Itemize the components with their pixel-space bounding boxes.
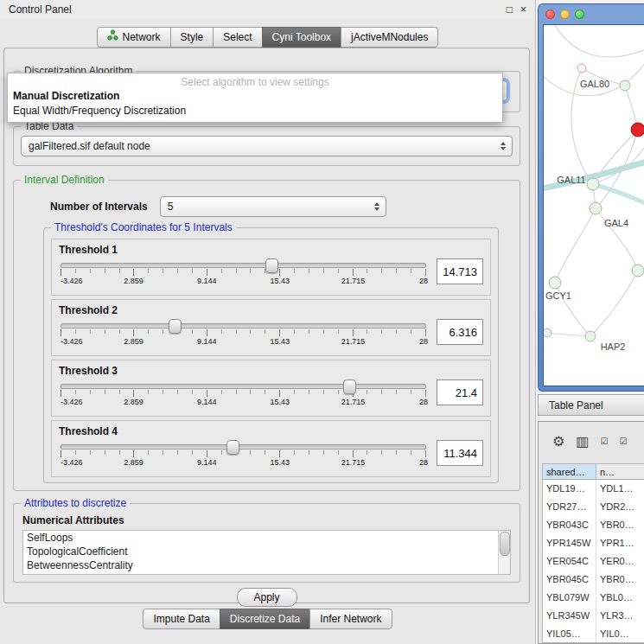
slider-track[interactable] xyxy=(61,263,426,268)
table-row[interactable]: YBR043C YBR0… xyxy=(543,516,644,534)
tab-label: Impute Data xyxy=(153,609,209,628)
algorithm-option-manual[interactable]: Manual Discretization xyxy=(8,89,502,104)
slider-ticks xyxy=(61,269,426,276)
tab-impute-data[interactable]: Impute Data xyxy=(143,609,220,629)
table-row[interactable]: YPR145W YPR1… xyxy=(543,534,644,552)
tab-network[interactable]: Network xyxy=(97,27,171,48)
table-cell[interactable]: YIL05… xyxy=(543,625,596,643)
tab-discretize-data[interactable]: Discretize Data xyxy=(220,609,310,629)
tab-infer-network[interactable]: Infer Network xyxy=(309,609,392,629)
table-cell[interactable]: YPR145W xyxy=(543,534,596,552)
slider-track[interactable] xyxy=(61,323,426,328)
gear-icon[interactable]: ⚙ xyxy=(552,435,564,449)
slider-ticks xyxy=(61,450,426,457)
checkbox-icon[interactable]: ☑ xyxy=(619,437,627,446)
chevron-updown-icon xyxy=(374,202,379,211)
table-row[interactable]: YBR045C YBR0… xyxy=(543,571,644,589)
network-node[interactable] xyxy=(587,178,599,190)
table-cell[interactable]: YLR3… xyxy=(596,607,644,625)
list-scrollbar[interactable] xyxy=(498,531,510,574)
number-of-intervals-combo[interactable]: 5 xyxy=(160,196,386,217)
table-cell[interactable]: YBL0… xyxy=(596,589,644,607)
columns-icon[interactable]: ▥ xyxy=(576,435,589,449)
threshold-4-slider[interactable]: -3.4262.8599.14415.4321.71528 xyxy=(57,437,430,468)
zoom-traffic-light-icon[interactable] xyxy=(575,10,584,19)
tab-cyni-toolbox[interactable]: Cyni Toolbox xyxy=(262,27,341,48)
threshold-3-value-field[interactable]: 21.4 xyxy=(437,379,483,405)
network-node[interactable] xyxy=(631,123,644,137)
attribute-list-item[interactable]: TopologicalCoefficient xyxy=(23,545,510,558)
tab-select[interactable]: Select xyxy=(213,27,262,48)
apply-button[interactable]: Apply xyxy=(237,588,297,607)
column-header-shared-name[interactable]: shared… xyxy=(543,464,596,480)
table-cell[interactable]: YPR1… xyxy=(596,534,644,552)
table-cell[interactable]: YBR0… xyxy=(596,571,644,589)
network-canvas[interactable]: GAL80GAL11GAL4GCY1HAP2 xyxy=(543,24,644,386)
table-cell[interactable]: YDR2… xyxy=(596,498,644,516)
threshold-4-value-field[interactable]: 11.344 xyxy=(437,440,483,466)
numerical-attributes-list[interactable]: SelfLoops TopologicalCoefficient Between… xyxy=(22,530,511,575)
table-data-group: Table Data galFiltered.sif default node xyxy=(13,126,520,166)
table-cell[interactable]: YBL079W xyxy=(543,589,596,607)
threshold-2-slider[interactable]: -3.4262.8599.14415.4321.71528 xyxy=(57,316,430,347)
tab-label: jActiveMNodules xyxy=(351,28,428,47)
checkbox-icon[interactable]: ☑ xyxy=(600,437,608,446)
slider-track[interactable] xyxy=(61,444,426,450)
table-cell[interactable]: YDL19… xyxy=(543,480,596,498)
table-cell[interactable]: YIL0… xyxy=(596,625,644,643)
table-row[interactable]: YER054C YER0… xyxy=(543,552,644,571)
table-cell[interactable]: YER0… xyxy=(596,552,644,571)
table-row[interactable]: YLR345W YLR3… xyxy=(543,607,644,625)
slider-thumb[interactable] xyxy=(226,440,239,455)
control-panel-titlebar[interactable]: Control Panel □ × xyxy=(0,0,535,19)
table-header-row: shared… n… xyxy=(543,464,644,480)
table-row[interactable]: YBL079W YBL0… xyxy=(543,589,644,607)
tab-style[interactable]: Style xyxy=(170,27,214,48)
column-header-name[interactable]: n… xyxy=(596,464,644,480)
threshold-1-value-field[interactable]: 14.713 xyxy=(437,258,483,284)
table-cell[interactable]: YBR043C xyxy=(543,516,596,534)
tick-label: -3.426 xyxy=(61,458,83,467)
network-node[interactable] xyxy=(620,80,630,91)
minimize-traffic-light-icon[interactable] xyxy=(560,10,570,19)
slider-thumb[interactable] xyxy=(265,258,278,273)
table-panel-titlebar[interactable]: Table Panel xyxy=(538,394,644,416)
table-cell[interactable]: YER054C xyxy=(543,552,596,571)
attribute-list-item[interactable]: BetweennessCentrality xyxy=(23,558,510,572)
table-row[interactable]: YDR27… YDR2… xyxy=(543,498,644,516)
table-row[interactable]: YIL05… YIL0… xyxy=(543,625,644,643)
threshold-1-slider[interactable]: -3.4262.8599.14415.4321.71528 xyxy=(57,256,430,286)
network-node[interactable] xyxy=(632,265,644,277)
network-node[interactable] xyxy=(590,202,602,214)
cyni-toolbox-panel: Discretization Algorithm Table Data galF… xyxy=(3,48,530,603)
network-node-label: GAL4 xyxy=(604,218,628,228)
threshold-panel-2: Threshold 2 -3.4262.8599.14415.4321.7152… xyxy=(51,299,491,356)
slider-thumb[interactable] xyxy=(343,379,356,394)
threshold-2-value-field[interactable]: 6.316 xyxy=(437,319,483,345)
float-window-icon[interactable]: □ xyxy=(507,0,513,19)
threshold-3-slider[interactable]: -3.4262.8599.14415.4321.71528 xyxy=(57,377,430,407)
table-cell[interactable]: YDR27… xyxy=(543,498,596,516)
close-window-icon[interactable]: × xyxy=(520,0,526,19)
table-row[interactable]: YDL19… YDL1… xyxy=(543,480,644,498)
table-cell[interactable]: YDL1… xyxy=(596,480,644,498)
close-traffic-light-icon[interactable] xyxy=(545,10,555,19)
interval-definition-group: Interval Definition Number of Intervals … xyxy=(13,180,520,491)
algorithm-option-equal-width[interactable]: Equal Width/Frequency Discretization xyxy=(8,104,502,118)
tab-jactivemnodules[interactable]: jActiveMNodules xyxy=(341,27,438,48)
network-node[interactable] xyxy=(549,277,561,289)
network-node[interactable] xyxy=(585,331,596,341)
network-node[interactable] xyxy=(544,328,552,337)
scrollbar-thumb[interactable] xyxy=(500,532,510,556)
slider-track[interactable] xyxy=(61,384,426,389)
table-cell[interactable]: YBR045C xyxy=(543,571,596,589)
table-cell[interactable]: YLR345W xyxy=(543,607,596,625)
combo-value: 5 xyxy=(161,201,374,213)
table-cell[interactable]: YBR0… xyxy=(596,516,644,534)
network-node[interactable] xyxy=(577,64,586,73)
slider-thumb[interactable] xyxy=(169,319,182,334)
table-data-combo[interactable]: galFiltered.sif default node xyxy=(21,136,513,156)
tick-label: -3.426 xyxy=(61,337,83,346)
network-view-window: GAL80GAL11GAL4GCY1HAP2 xyxy=(538,3,644,392)
attribute-list-item[interactable]: SelfLoops xyxy=(23,531,510,545)
